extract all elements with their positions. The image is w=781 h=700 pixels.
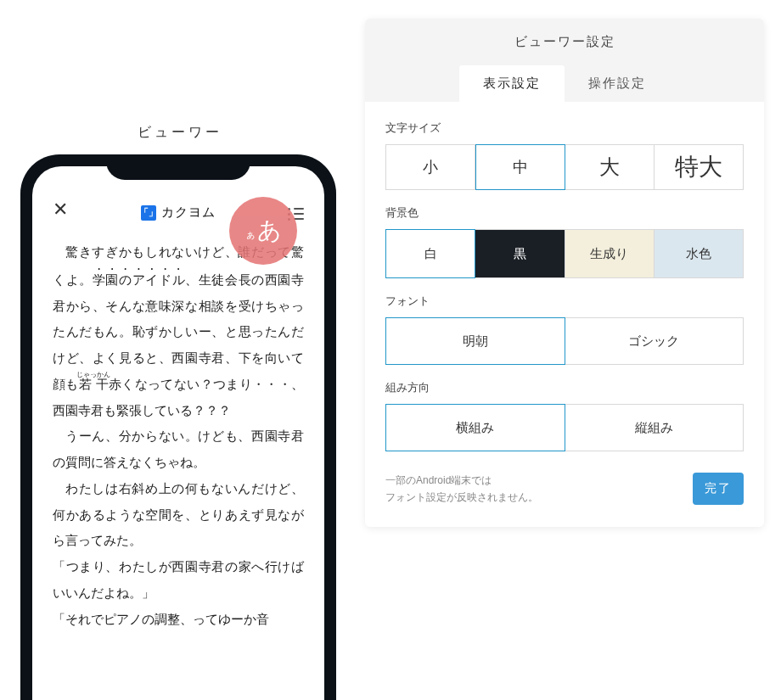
font-mincho[interactable]: 明朝 bbox=[385, 317, 565, 365]
font-size-highlight[interactable]: ぁ あ bbox=[229, 197, 297, 265]
font-sample-big: あ bbox=[257, 215, 282, 247]
viewer-label: ビューワー bbox=[138, 124, 222, 142]
brand-text: カクヨム bbox=[161, 204, 216, 221]
bg-color-options: 白 黒 生成り 水色 bbox=[385, 229, 744, 278]
done-button[interactable]: 完了 bbox=[693, 473, 744, 505]
size-xlarge[interactable]: 特大 bbox=[655, 144, 744, 190]
reader-paragraph: 「つまり、わたしが西園寺君の家へ行けばいいんだよね。」 bbox=[53, 554, 304, 607]
direction-options: 横組み 縦組み bbox=[385, 404, 744, 451]
dir-vertical[interactable]: 縦組み bbox=[565, 404, 744, 451]
tab-controls[interactable]: 操作設定 bbox=[565, 65, 670, 102]
label-bg-color: 背景色 bbox=[385, 205, 744, 221]
dir-horizontal[interactable]: 横組み bbox=[385, 404, 565, 451]
font-gothic[interactable]: ゴシック bbox=[565, 317, 744, 365]
reader-paragraph: 驚きすぎかもしれないけど、誰だって驚くよ。学園のアイドル、生徒会長の西園寺君から… bbox=[53, 239, 304, 423]
reader-paragraph: 「それでピアノの調整、ってゆーか音 bbox=[53, 607, 304, 633]
reader-paragraph: わたしは右斜め上の何もないんだけど、何かあるような空間を、とりあえず見ながら言っ… bbox=[53, 476, 304, 554]
close-icon[interactable]: ✕ bbox=[53, 199, 68, 221]
size-large[interactable]: 大 bbox=[565, 144, 655, 190]
label-font-size: 文字サイズ bbox=[385, 120, 744, 136]
phone-frame: ✕ 「」 カクヨム ぁ あ 驚きすぎかもしれないけど、誰だって驚くよ。学園のアイ… bbox=[20, 154, 336, 700]
bg-white[interactable]: 白 bbox=[385, 229, 475, 278]
bg-lightblue[interactable]: 水色 bbox=[655, 229, 744, 278]
size-medium[interactable]: 中 bbox=[475, 144, 565, 190]
label-font: フォント bbox=[385, 294, 744, 309]
panel-footer: 一部のAndroid端末では フォント設定が反映されません。 完了 bbox=[385, 472, 744, 507]
brand: 「」 カクヨム bbox=[141, 204, 216, 221]
phone-notch bbox=[106, 154, 250, 180]
bg-black[interactable]: 黒 bbox=[475, 229, 565, 278]
phone-screen: ✕ 「」 カクヨム ぁ あ 驚きすぎかもしれないけど、誰だって驚くよ。学園のアイ… bbox=[32, 166, 324, 700]
font-sample-small: ぁ bbox=[245, 227, 256, 242]
tabs: 表示設定 操作設定 bbox=[365, 65, 764, 102]
brand-logo-icon: 「」 bbox=[141, 205, 156, 221]
tab-display[interactable]: 表示設定 bbox=[459, 65, 565, 102]
bg-cream[interactable]: 生成り bbox=[565, 229, 655, 278]
reader-body: 驚きすぎかもしれないけど、誰だって驚くよ。学園のアイドル、生徒会長の西園寺君から… bbox=[32, 232, 324, 632]
font-options: 明朝 ゴシック bbox=[385, 317, 744, 365]
reader-paragraph: うーん、分からない。けども、西園寺君の質問に答えなくちゃね。 bbox=[53, 423, 304, 476]
android-note: 一部のAndroid端末では フォント設定が反映されません。 bbox=[385, 472, 538, 507]
viewer-settings-panel: ビューワー設定 表示設定 操作設定 文字サイズ 小 中 大 特大 背景色 白 黒… bbox=[365, 19, 764, 527]
panel-body: 文字サイズ 小 中 大 特大 背景色 白 黒 生成り 水色 フォント 明朝 ゴシ… bbox=[365, 102, 764, 527]
panel-title: ビューワー設定 bbox=[365, 34, 764, 65]
label-direction: 組み方向 bbox=[385, 380, 744, 395]
panel-header: ビューワー設定 表示設定 操作設定 bbox=[365, 19, 764, 102]
size-small[interactable]: 小 bbox=[385, 144, 475, 190]
font-size-options: 小 中 大 特大 bbox=[385, 144, 744, 190]
